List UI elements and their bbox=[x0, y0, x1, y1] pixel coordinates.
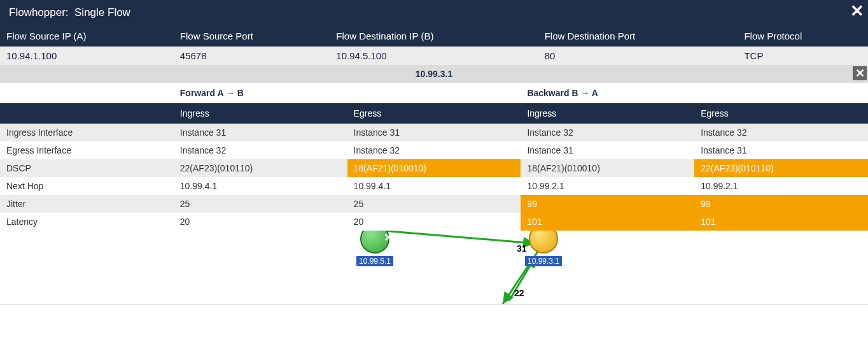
topology-canvas[interactable]: ✕ 10.99.5.1 10.99.3.1 31 22 bbox=[0, 231, 868, 305]
row-egress-if: Egress Interface Instance 32 Instance 32… bbox=[0, 141, 868, 159]
label-next-hop: Next Hop bbox=[0, 177, 174, 195]
sub-ingress-f: Ingress bbox=[174, 103, 347, 124]
cell: 25 bbox=[347, 195, 521, 213]
dir-backward: Backward B → A bbox=[521, 83, 868, 103]
cell: 10.99.4.1 bbox=[174, 177, 347, 195]
sub-ingress-b: Ingress bbox=[521, 103, 694, 124]
close-icon[interactable]: ✕ bbox=[850, 1, 864, 21]
val-src-ip: 10.94.1.100 bbox=[0, 47, 174, 65]
val-dst-port: 80 bbox=[538, 47, 738, 65]
col-src-ip: Flow Source IP (A) bbox=[0, 25, 174, 47]
blank-cell bbox=[0, 103, 174, 124]
val-proto: TCP bbox=[738, 47, 868, 65]
cell: Instance 32 bbox=[347, 141, 521, 159]
topology-node[interactable]: ✕ 10.99.5.1 bbox=[356, 231, 393, 266]
col-dst-port: Flow Destination Port bbox=[538, 25, 738, 47]
cell-highlight: 99 bbox=[694, 195, 868, 213]
cell-highlight: 101 bbox=[694, 213, 868, 231]
cell-highlight: 22(AF23)(010110) bbox=[694, 159, 868, 177]
row-ingress-if: Ingress Interface Instance 31 Instance 3… bbox=[0, 124, 868, 141]
row-jitter: Jitter 25 25 99 99 bbox=[0, 195, 868, 213]
cell-highlight: 18(AF21)(010010) bbox=[347, 159, 521, 177]
flow-summary-table: Flow Source IP (A) Flow Source Port Flow… bbox=[0, 25, 868, 65]
port-label: 31 bbox=[517, 243, 527, 254]
col-proto: Flow Protocol bbox=[738, 25, 868, 47]
cell: 18(AF21)(010010) bbox=[521, 159, 694, 177]
cell: Instance 31 bbox=[521, 141, 694, 159]
node-label: 10.99.3.1 bbox=[525, 256, 562, 266]
row-next-hop: Next Hop 10.99.4.1 10.99.4.1 10.99.2.1 1… bbox=[0, 177, 868, 195]
selected-node-ip: 10.99.3.1 bbox=[416, 69, 452, 79]
cell: Instance 31 bbox=[347, 124, 521, 141]
label-egress-if: Egress Interface bbox=[0, 141, 174, 159]
col-dst-ip: Flow Destination IP (B) bbox=[330, 25, 538, 47]
node-detail-table: 10.99.3.1 ✕ Forward A → B Backward B → A… bbox=[0, 65, 868, 231]
cell: 10.99.2.1 bbox=[521, 177, 694, 195]
row-latency: Latency 20 20 101 101 bbox=[0, 213, 868, 231]
close-node-icon[interactable]: ✕ bbox=[853, 66, 867, 80]
cell: Instance 32 bbox=[694, 124, 868, 141]
topology-links bbox=[0, 231, 868, 304]
flow-row: 10.94.1.100 45678 10.94.5.100 80 TCP bbox=[0, 47, 868, 65]
cell-highlight: 101 bbox=[521, 213, 694, 231]
metric-label: 22 bbox=[514, 288, 524, 298]
node-label: 10.99.5.1 bbox=[356, 256, 393, 266]
cell-highlight: 99 bbox=[521, 195, 694, 213]
cell: Instance 32 bbox=[521, 124, 694, 141]
topology-node[interactable]: 10.99.3.1 bbox=[525, 231, 562, 266]
col-src-port: Flow Source Port bbox=[174, 25, 330, 47]
svg-line-0 bbox=[382, 231, 535, 243]
cell: Instance 32 bbox=[174, 141, 347, 159]
cell: 10.99.2.1 bbox=[694, 177, 868, 195]
cell: 20 bbox=[174, 213, 347, 231]
label-jitter: Jitter bbox=[0, 195, 174, 213]
cell: Instance 31 bbox=[174, 124, 347, 141]
sub-egress-b: Egress bbox=[694, 103, 868, 124]
sub-egress-f: Egress bbox=[347, 103, 521, 124]
label-dscp: DSCP bbox=[0, 159, 174, 177]
cell: 10.99.4.1 bbox=[347, 177, 521, 195]
label-latency: Latency bbox=[0, 213, 174, 231]
cell: 25 bbox=[174, 195, 347, 213]
app-title-prefix: Flowhopper: bbox=[9, 6, 69, 18]
app-title-mode: Single Flow bbox=[74, 6, 130, 18]
page-header: Flowhopper: Single Flow ✕ bbox=[0, 0, 868, 25]
cell: 20 bbox=[347, 213, 521, 231]
dir-forward: Forward A → B bbox=[174, 83, 521, 103]
row-dscp: DSCP 22(AF23)(010110) 18(AF21)(010010) 1… bbox=[0, 159, 868, 177]
val-dst-ip: 10.94.5.100 bbox=[330, 47, 538, 65]
router-icon bbox=[529, 231, 558, 254]
router-icon: ✕ bbox=[360, 231, 389, 254]
selected-node-row: 10.99.3.1 ✕ bbox=[0, 65, 868, 83]
cell: 22(AF23)(010110) bbox=[174, 159, 347, 177]
cell: Instance 31 bbox=[694, 141, 868, 159]
blank-cell bbox=[0, 83, 174, 103]
label-ingress-if: Ingress Interface bbox=[0, 124, 174, 141]
val-src-port: 45678 bbox=[174, 47, 330, 65]
